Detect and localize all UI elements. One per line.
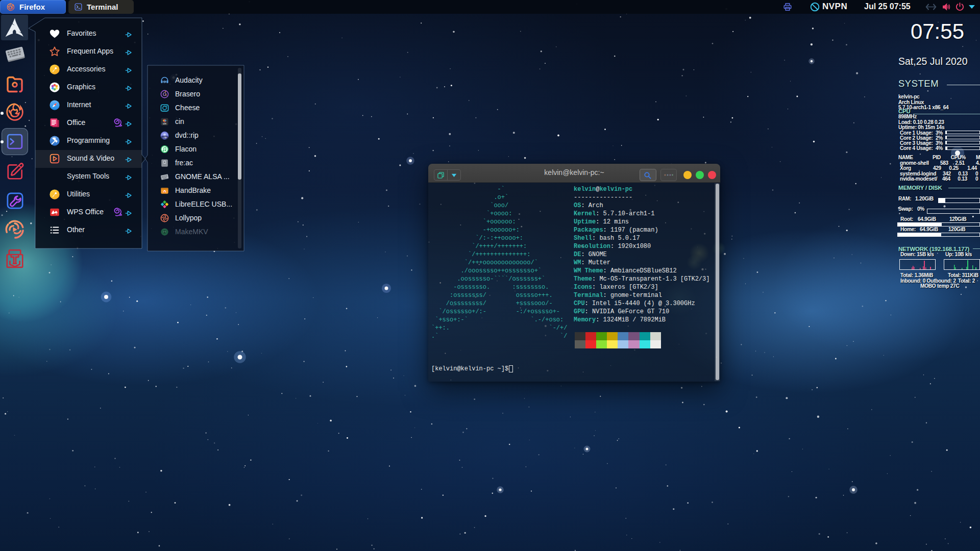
svg-text:cin: cin [163, 122, 166, 124]
svg-text:::rip: ::rip [162, 136, 167, 138]
